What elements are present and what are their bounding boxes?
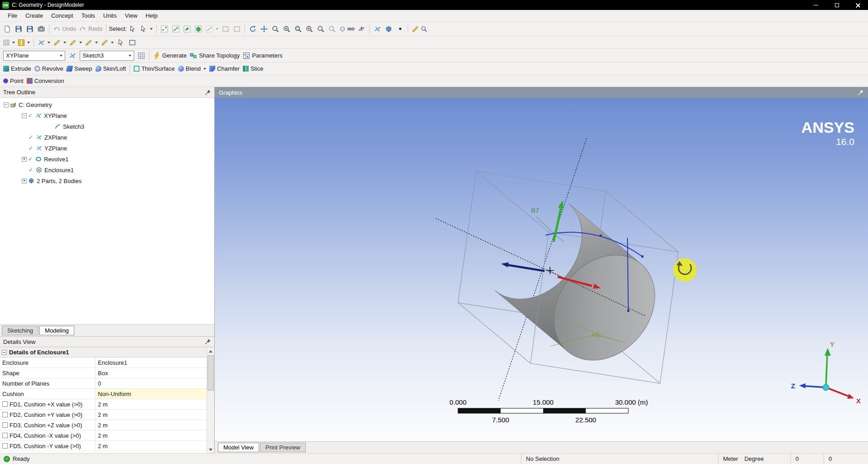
tab-print-preview[interactable]: Print Preview bbox=[260, 443, 306, 452]
detail-value[interactable]: Non-Uniform bbox=[96, 389, 207, 399]
parameters-button[interactable]: Parameters bbox=[241, 50, 284, 61]
filter-edges-button[interactable] bbox=[170, 24, 181, 34]
snap-grid-dropdown[interactable] bbox=[17, 37, 31, 48]
plane-axis-button[interactable] bbox=[67, 50, 78, 61]
filter-bodies-button[interactable] bbox=[193, 24, 204, 34]
graphics-canvas[interactable]: ANSYS 16.0 bbox=[215, 98, 868, 441]
minimize-button[interactable] bbox=[805, 0, 826, 10]
zoom-fit-button[interactable] bbox=[304, 24, 315, 34]
select-mode-button[interactable] bbox=[127, 24, 138, 34]
zoom-button[interactable] bbox=[270, 24, 281, 34]
active-sketch-select[interactable]: Sketch3 bbox=[80, 51, 134, 61]
parameter-checkbox[interactable] bbox=[2, 401, 8, 407]
display-grid-dropdown[interactable] bbox=[2, 37, 16, 48]
close-button[interactable] bbox=[847, 0, 868, 10]
new-plane-dropdown[interactable] bbox=[36, 37, 52, 48]
sketch-tool-dropdown-3[interactable] bbox=[100, 37, 115, 48]
slice-button[interactable]: Slice bbox=[241, 63, 265, 74]
extrude-button[interactable]: Extrude bbox=[2, 63, 33, 74]
look-at-button[interactable] bbox=[356, 24, 367, 34]
skin-loft-button[interactable]: Skin/Loft bbox=[94, 63, 128, 74]
previous-view-button[interactable] bbox=[327, 24, 338, 34]
expand-icon[interactable] bbox=[22, 179, 27, 184]
pointer-mode-dropdown[interactable] bbox=[139, 24, 154, 34]
chamfer-button[interactable]: Chamfer bbox=[208, 63, 241, 74]
tree-row-xyplane[interactable]: XYPlane bbox=[0, 110, 214, 121]
tree-row-yzplane[interactable]: YZPlane bbox=[0, 143, 214, 154]
undo-button[interactable]: Undo bbox=[52, 24, 77, 34]
3d-viewport[interactable]: ANSYS 16.0 bbox=[215, 98, 868, 441]
scroll-up-button[interactable] bbox=[207, 348, 214, 355]
save-project-button[interactable] bbox=[13, 24, 24, 34]
export-button[interactable] bbox=[24, 24, 35, 34]
parameter-checkbox[interactable] bbox=[2, 433, 8, 438]
collapse-icon[interactable] bbox=[4, 102, 9, 107]
display-model-button[interactable] bbox=[383, 24, 394, 34]
parameter-checkbox[interactable] bbox=[2, 412, 8, 417]
extend-selection-dropdown[interactable] bbox=[204, 24, 220, 34]
conversion-button[interactable]: Conversion bbox=[25, 76, 66, 87]
tree-row-sketch3[interactable]: Sketch3 bbox=[0, 121, 214, 132]
share-topology-button[interactable]: Share Topology bbox=[188, 50, 241, 61]
collapse-icon[interactable] bbox=[22, 113, 27, 118]
tab-sketching[interactable]: Sketching bbox=[2, 326, 39, 335]
tab-modeling[interactable]: Modeling bbox=[39, 326, 74, 335]
pin-icon[interactable] bbox=[205, 338, 211, 345]
blend-dropdown[interactable]: Blend bbox=[177, 63, 207, 74]
file-new-button[interactable] bbox=[2, 24, 13, 34]
image-capture-button[interactable] bbox=[36, 24, 47, 34]
detail-value[interactable]: 2 m bbox=[96, 420, 207, 430]
generate-button[interactable]: Generate bbox=[152, 50, 188, 61]
detail-value[interactable]: 0 bbox=[96, 378, 207, 388]
magnifier-window-button[interactable] bbox=[315, 24, 326, 34]
tree-row-revolve1[interactable]: Revolve1 bbox=[0, 154, 214, 164]
detail-value[interactable]: 2 m bbox=[96, 430, 207, 440]
zoom-box-button[interactable] bbox=[293, 24, 304, 34]
orientation-triad[interactable]: Y X Z bbox=[791, 340, 861, 405]
expand-icon[interactable] bbox=[22, 157, 27, 162]
edge-display-dropdown[interactable] bbox=[410, 24, 429, 34]
sweep-button[interactable]: Sweep bbox=[65, 63, 94, 74]
lasso-select-button[interactable] bbox=[231, 24, 242, 34]
scrollbar-thumb[interactable] bbox=[207, 355, 214, 391]
parameter-checkbox[interactable] bbox=[2, 443, 8, 449]
sketch-point[interactable] bbox=[641, 256, 644, 258]
detail-value[interactable]: Enclosure1 bbox=[96, 358, 207, 367]
tab-model-view[interactable]: Model View bbox=[218, 443, 259, 452]
display-plane-button[interactable] bbox=[372, 24, 383, 34]
maximize-button[interactable] bbox=[826, 0, 847, 10]
menu-file[interactable]: File bbox=[4, 11, 21, 20]
tree-row-parts-bodies[interactable]: 2 Parts, 2 Bodies bbox=[0, 175, 214, 186]
menu-help[interactable]: Help bbox=[141, 11, 162, 20]
active-plane-select[interactable]: XYPlane bbox=[3, 51, 65, 61]
thin-surface-button[interactable]: Thin/Surface bbox=[132, 63, 176, 74]
menu-units[interactable]: Units bbox=[99, 11, 121, 20]
sketch-grid-button[interactable] bbox=[136, 50, 147, 61]
menu-tools[interactable]: Tools bbox=[77, 11, 99, 20]
detail-value[interactable]: 2 m bbox=[96, 399, 207, 409]
pan-view-button[interactable] bbox=[259, 24, 270, 34]
details-group-header[interactable]: Details of Enclosure1 bbox=[0, 348, 207, 358]
revolve-button[interactable]: Revolve bbox=[33, 63, 65, 74]
tree-row-zxplane[interactable]: ZXPlane bbox=[0, 132, 214, 143]
collapse-icon[interactable] bbox=[2, 350, 7, 355]
pin-icon[interactable] bbox=[205, 89, 211, 96]
box-select-button[interactable] bbox=[220, 24, 231, 34]
tree-row-geometry[interactable]: C: Geometry bbox=[0, 99, 214, 110]
sketch-tool-dropdown-2[interactable] bbox=[84, 37, 99, 48]
sketch-point[interactable] bbox=[627, 310, 630, 312]
rotate-view-button[interactable] bbox=[247, 24, 258, 34]
menu-concept[interactable]: Concept bbox=[47, 11, 77, 20]
scroll-down-button[interactable] bbox=[207, 446, 214, 453]
zoom-in-button[interactable] bbox=[281, 24, 292, 34]
detail-value[interactable]: 2 m bbox=[96, 441, 207, 451]
iso-view-button[interactable]: ISO bbox=[338, 24, 356, 34]
tree-row-enclosure1[interactable]: Enclosure1 bbox=[0, 164, 214, 175]
detail-value[interactable]: Box bbox=[96, 368, 207, 378]
cylinder-body[interactable] bbox=[495, 203, 676, 381]
sketch-tool-dropdown-1[interactable] bbox=[68, 37, 83, 48]
details-scrollbar[interactable] bbox=[207, 348, 214, 453]
pin-icon[interactable] bbox=[858, 89, 864, 96]
filter-vertices-button[interactable] bbox=[159, 24, 170, 34]
detail-value[interactable]: 2 m bbox=[96, 410, 207, 420]
